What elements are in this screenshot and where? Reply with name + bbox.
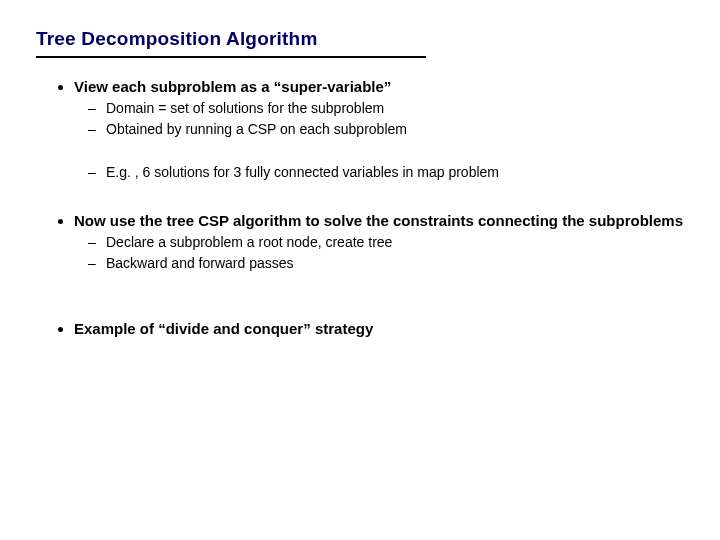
sub-item: Declare a subproblem a root node, create…	[106, 233, 684, 252]
sub-list: Declare a subproblem a root node, create…	[74, 233, 684, 273]
sub-item: Domain = set of solutions for the subpro…	[106, 99, 684, 118]
bullet-item: View each subproblem as a “super-variabl…	[74, 78, 684, 182]
bullet-item: Now use the tree CSP algorithm to solve …	[74, 212, 684, 273]
sub-item: E.g. , 6 solutions for 3 fully connected…	[106, 163, 684, 182]
sub-item: Backward and forward passes	[106, 254, 684, 273]
slide-title: Tree Decomposition Algorithm	[36, 28, 684, 50]
bullet-text: Now use the tree CSP algorithm to solve …	[74, 212, 683, 229]
sub-item: Obtained by running a CSP on each subpro…	[106, 120, 684, 139]
sub-list: Domain = set of solutions for the subpro…	[74, 99, 684, 182]
slide: Tree Decomposition Algorithm View each s…	[0, 0, 720, 363]
bullet-list: View each subproblem as a “super-variabl…	[36, 78, 684, 337]
title-underline	[36, 56, 426, 58]
bullet-text: View each subproblem as a “super-variabl…	[74, 78, 391, 95]
bullet-text: Example of “divide and conquer” strategy	[74, 320, 373, 337]
bullet-item: Example of “divide and conquer” strategy	[74, 320, 684, 337]
